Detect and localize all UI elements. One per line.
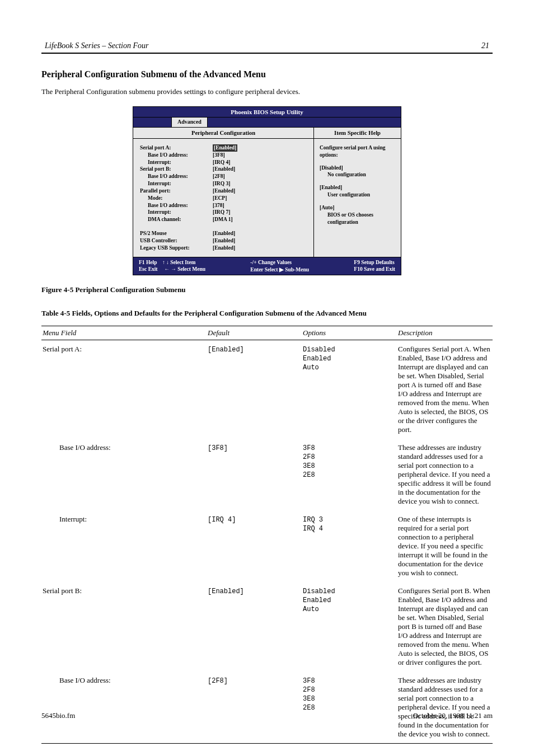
bios-setting-row[interactable]: Legacy USB Support:[Enabled]: [140, 245, 308, 252]
bios-setting-label: DMA channel:: [140, 216, 213, 223]
bios-setting-row[interactable]: Base I/O address:[378]: [140, 202, 308, 209]
bios-setting-label: Base I/O address:: [140, 202, 213, 209]
bios-setting-row[interactable]: Interrupt:[IRQ 4]: [140, 159, 308, 166]
table-caption: Table 4-5 Fields, Options and Defaults f…: [41, 309, 493, 318]
header-page-number: 21: [481, 41, 489, 50]
bios-right-heading: Item Specific Help: [314, 128, 401, 139]
table-header: Menu Field Default Options Description: [41, 326, 493, 340]
table-cell-default: [2F8]: [208, 676, 303, 739]
table-cell-default: [IRQ 4]: [208, 515, 303, 577]
bios-setting-row[interactable]: PS/2 Mouse[Enabled]: [140, 230, 308, 237]
bios-setting-row[interactable]: Mode:[ECP]: [140, 195, 308, 202]
table-row: Serial port A:[Enabled]DisabledEnabledAu…: [41, 340, 493, 439]
bios-help-option: [Disabled]No configuration: [320, 165, 395, 179]
table-cell-description: These addresses are industry standard ad…: [398, 443, 491, 506]
table-cell-options: IRQ 3IRQ 4: [303, 515, 398, 577]
bios-setting-row[interactable]: DMA channel:[DMA 1]: [140, 216, 308, 223]
bios-setting-label: Serial port A:: [140, 144, 213, 152]
bios-tab-advanced[interactable]: Advanced: [171, 118, 208, 127]
table-cell-menu: Serial port A:: [43, 345, 208, 434]
bios-setting-row[interactable]: Base I/O address:[2F8]: [140, 173, 308, 180]
bios-figure: Phoenix BIOS Setup Utility Advanced Peri…: [41, 106, 493, 275]
table-cell-options: DisabledEnabledAuto: [303, 586, 398, 667]
bios-setting-label: Interrupt:: [140, 159, 213, 166]
figure-caption: Figure 4-5 Peripheral Configuration Subm…: [41, 285, 493, 294]
bios-setting-value[interactable]: [ECP]: [213, 195, 227, 202]
table-cell-menu: Base I/O address:: [43, 676, 208, 739]
bios-setting-row[interactable]: Base I/O address:[3F8]: [140, 152, 308, 159]
bios-setting-label: Serial port B:: [140, 166, 213, 173]
table-cell-default: [Enabled]: [208, 586, 303, 667]
bios-footer: F1 Help ↑ ↓ Select Item Esc Exit ← → Sel…: [133, 257, 401, 275]
bios-setting-value[interactable]: [DMA 1]: [213, 216, 233, 223]
table-cell-description: Configures Serial port B. When Enabled, …: [398, 586, 491, 667]
bios-setting-value[interactable]: [Enabled]: [213, 166, 235, 173]
bios-setting-row[interactable]: Interrupt:[IRQ 3]: [140, 180, 308, 187]
bios-tabs: Advanced: [133, 118, 401, 128]
bios-setting-value[interactable]: [378]: [213, 202, 224, 209]
bios-setting-label: Parallel port:: [140, 187, 213, 195]
bios-setting-row[interactable]: Serial port B:[Enabled]: [140, 166, 308, 173]
section-heading: Peripheral Configuration Submenu of the …: [41, 69, 493, 79]
bios-setting-value[interactable]: [2F8]: [213, 173, 225, 180]
bios-setting-value[interactable]: [Enabled]: [213, 245, 235, 252]
table-row: Interrupt:[IRQ 4]IRQ 3IRQ 4One of these …: [41, 510, 493, 582]
bios-setting-value[interactable]: [Enabled]: [213, 144, 237, 152]
bios-setting-row[interactable]: Serial port A:[Enabled]: [140, 144, 308, 152]
table-cell-options: DisabledEnabledAuto: [303, 345, 398, 434]
bios-left-heading: Peripheral Configuration: [133, 128, 313, 139]
bios-setting-value[interactable]: [IRQ 7]: [213, 209, 230, 216]
footer-file: 5645bio.fm: [41, 711, 75, 720]
bios-setting-value[interactable]: [IRQ 3]: [213, 180, 230, 187]
bios-setting-value[interactable]: [Enabled]: [213, 237, 235, 245]
footer-date: October 20, 1998 11:21 am: [413, 711, 493, 720]
bios-setting-label: Legacy USB Support:: [140, 245, 213, 252]
bios-help-intro: Configure serial port A using options:: [320, 144, 395, 159]
table-cell-options: 3F82F83E82E8: [303, 443, 398, 506]
table-cell-menu: Interrupt:: [43, 515, 208, 577]
bios-setting-row[interactable]: Parallel port:[Enabled]: [140, 187, 308, 195]
table-cell-menu: Serial port B:: [43, 586, 208, 667]
table-row: Serial port B:[Enabled]DisabledEnabledAu…: [41, 582, 493, 672]
bios-setting-label: PS/2 Mouse: [140, 230, 213, 237]
table-cell-description: Configures Serial port A. When Enabled, …: [398, 345, 491, 434]
section-intro: The Peripheral Configuration submenu pro…: [41, 87, 493, 96]
bios-setting-value[interactable]: [Enabled]: [213, 187, 235, 195]
table-cell-menu: Base I/O address:: [43, 443, 208, 506]
bios-setting-label: Interrupt:: [140, 209, 213, 216]
bios-setting-label: Mode:: [140, 195, 213, 202]
bios-title: Phoenix BIOS Setup Utility: [133, 107, 401, 118]
bios-help-option: [Auto]BIOS or OS chooses configuration: [320, 204, 395, 226]
table-cell-description: One of these interrupts is required for …: [398, 515, 491, 577]
table-cell-default: [3F8]: [208, 443, 303, 506]
bios-setting-value[interactable]: [3F8]: [213, 152, 225, 159]
table-cell-description: These addresses are industry standard ad…: [398, 676, 491, 739]
table-body: Serial port A:[Enabled]DisabledEnabledAu…: [41, 340, 493, 744]
bios-help-option: [Enabled]User configuration: [320, 184, 395, 199]
header-rule: [41, 53, 493, 54]
table-row: Base I/O address:[3F8]3F82F83E82E8These …: [41, 439, 493, 510]
bios-setting-row[interactable]: Interrupt:[IRQ 7]: [140, 209, 308, 216]
bios-setting-label: Interrupt:: [140, 180, 213, 187]
bios-setting-value[interactable]: [IRQ 4]: [213, 159, 230, 166]
bios-setting-label: USB Controller:: [140, 237, 213, 245]
page-footer: 5645bio.fm October 20, 1998 11:21 am: [41, 711, 493, 720]
bios-setting-value[interactable]: [Enabled]: [213, 230, 235, 237]
header-left: LifeBook S Series – Section Four: [45, 41, 148, 50]
table-cell-options: 3F82F83E82E8: [303, 676, 398, 739]
bios-setting-label: Base I/O address:: [140, 173, 213, 180]
bios-setting-label: Base I/O address:: [140, 152, 213, 159]
table-cell-default: [Enabled]: [208, 345, 303, 434]
bios-box: Phoenix BIOS Setup Utility Advanced Peri…: [133, 106, 401, 275]
table-row: Base I/O address:[2F8]3F82F83E82E8These …: [41, 672, 493, 743]
bios-setting-row[interactable]: USB Controller:[Enabled]: [140, 237, 308, 245]
